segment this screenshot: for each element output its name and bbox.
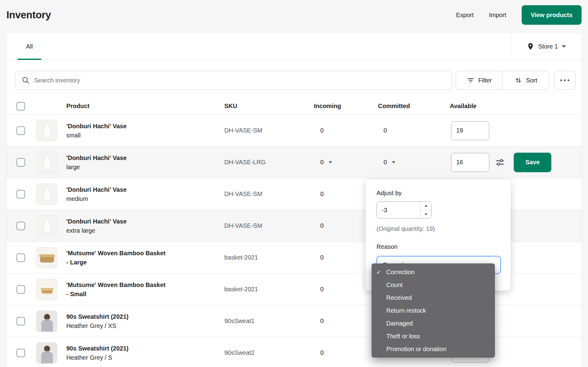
- available-column-header: Available: [440, 103, 511, 110]
- location-name: Store 1: [538, 43, 558, 50]
- reason-option-theft-or-loss[interactable]: Theft or loss: [372, 330, 495, 343]
- product-variant: Heather Grey / S: [66, 353, 128, 362]
- incoming-value: 0: [320, 286, 324, 293]
- search-icon: [21, 76, 30, 85]
- tab-all-label: All: [26, 43, 33, 50]
- row-checkbox[interactable]: [17, 317, 25, 325]
- product-variant: Heather Grey / XS: [66, 321, 128, 330]
- save-button[interactable]: Save: [514, 153, 551, 172]
- basket-image: [36, 279, 57, 300]
- table-row: 'Donburi Hachi' Vase small DH-VASE-SM 0 …: [6, 115, 582, 147]
- product-variant: small: [66, 131, 127, 140]
- original-quantity-note: (Original quantity: 19): [377, 225, 500, 232]
- product-name[interactable]: 90s Sweatshirt (2021): [66, 312, 128, 321]
- product-column-header: Product: [33, 103, 220, 110]
- reason-dropdown-menu: ✓ Correction Count Received Return resto…: [372, 263, 495, 358]
- sku-value: 90sSweat1: [220, 318, 311, 325]
- product-variant: extra large: [66, 226, 127, 235]
- vase-image: [36, 216, 57, 237]
- vase-image: [36, 120, 57, 141]
- reason-option-return-restock[interactable]: Return restock: [372, 304, 495, 317]
- available-quantity-input[interactable]: [451, 121, 489, 140]
- location-selector[interactable]: Store 1: [511, 33, 582, 60]
- row-checkbox[interactable]: [17, 190, 25, 198]
- product-name[interactable]: 90s Sweatshirt (2021): [66, 344, 128, 353]
- reason-option-promotion-or-donation[interactable]: Promotion or donation: [372, 343, 495, 355]
- incoming-value: 0: [320, 349, 324, 356]
- table-row: 90s Sweatshirt (2021) Heather Grey / S 9…: [6, 337, 582, 367]
- sort-icon: [514, 76, 522, 84]
- sweatshirt-model-image: [36, 311, 57, 332]
- filter-button[interactable]: Filter: [456, 71, 502, 89]
- stepper-spin-controls: [420, 202, 431, 218]
- view-products-button[interactable]: View products: [522, 5, 582, 25]
- search-input[interactable]: [34, 77, 446, 84]
- reason-option-count[interactable]: Count: [372, 278, 495, 291]
- row-checkbox[interactable]: [17, 158, 25, 167]
- product-name[interactable]: 'Donburi Hachi' Vase: [66, 217, 127, 226]
- sort-button[interactable]: Sort: [502, 71, 549, 89]
- reason-option-damaged[interactable]: Damaged: [372, 317, 495, 330]
- caret-down-icon: [424, 213, 428, 215]
- product-name[interactable]: 'Mutsume' Woven Bamboo Basket - Large: [66, 249, 167, 267]
- row-checkbox[interactable]: [17, 253, 25, 262]
- reason-option-received[interactable]: Received: [372, 291, 495, 304]
- tabs-row: All Store 1: [6, 33, 582, 60]
- filter-sort-group: Filter Sort: [456, 71, 549, 90]
- product-thumbnail: [36, 152, 57, 173]
- select-all-checkbox[interactable]: [17, 102, 25, 111]
- stepper-increment-button[interactable]: [421, 202, 431, 210]
- horizontal-dots-icon: [560, 79, 562, 81]
- committed-value: 0: [384, 159, 387, 166]
- product-name[interactable]: 'Donburi Hachi' Vase: [66, 185, 127, 194]
- vase-image: [36, 184, 57, 205]
- sku-value: DH-VASE-SM: [220, 191, 311, 198]
- product-name[interactable]: 'Donburi Hachi' Vase: [66, 122, 127, 131]
- more-actions-button[interactable]: [554, 71, 575, 90]
- caret-up-icon: [424, 205, 428, 207]
- search-box[interactable]: [15, 71, 452, 90]
- available-quantity-input[interactable]: [451, 153, 489, 172]
- sku-value: DH-VASE-SM: [220, 222, 311, 229]
- check-icon: ✓: [376, 269, 381, 276]
- incoming-value: 0: [320, 222, 324, 229]
- header-actions: Export Import View products: [450, 5, 582, 25]
- committed-column-header: Committed: [369, 103, 440, 110]
- adjust-quantity-input[interactable]: [377, 202, 420, 218]
- adjust-quantity-stepper[interactable]: [377, 202, 432, 219]
- vase-image: [36, 152, 57, 173]
- incoming-value: 0: [320, 191, 324, 198]
- sku-value: basket-2021: [220, 286, 311, 293]
- row-checkbox[interactable]: [17, 349, 25, 357]
- page-title: Inventory: [6, 9, 51, 21]
- sku-value: basket-2021: [220, 254, 311, 261]
- sku-value: 90sSweat2: [220, 349, 311, 356]
- incoming-dropdown-caret-icon[interactable]: [329, 161, 332, 163]
- export-button[interactable]: Export: [450, 9, 479, 22]
- incoming-value: 0: [320, 159, 324, 166]
- basket-image: [36, 247, 57, 268]
- reason-option-correction[interactable]: ✓ Correction: [372, 266, 495, 278]
- product-variant: medium: [66, 194, 127, 203]
- row-checkbox[interactable]: [17, 126, 25, 135]
- filter-icon: [467, 76, 475, 84]
- product-name[interactable]: 'Mutsume' Woven Bamboo Basket - Small: [66, 280, 167, 299]
- stepper-decrement-button[interactable]: [421, 210, 431, 219]
- location-pin-icon: [527, 42, 535, 50]
- product-variant: large: [66, 162, 127, 172]
- chevron-down-icon: [562, 45, 566, 48]
- page-header: Inventory Export Import View products: [6, 0, 582, 30]
- sku-value: DH-VASE-LRG: [220, 159, 311, 166]
- controls-row: Filter Sort: [15, 71, 575, 90]
- sku-column-header: SKU: [220, 103, 311, 110]
- row-checkbox[interactable]: [17, 285, 25, 294]
- incoming-value: 0: [320, 254, 324, 261]
- row-checkbox[interactable]: [17, 222, 25, 230]
- adjustments-sliders-icon: [495, 158, 505, 167]
- product-thumbnail: [36, 215, 57, 237]
- product-name[interactable]: 'Donburi Hachi' Vase: [66, 153, 127, 162]
- tab-all[interactable]: All: [17, 33, 41, 60]
- committed-dropdown-caret-icon[interactable]: [392, 161, 395, 163]
- adjust-quantity-button[interactable]: [493, 156, 507, 169]
- import-button[interactable]: Import: [483, 9, 512, 22]
